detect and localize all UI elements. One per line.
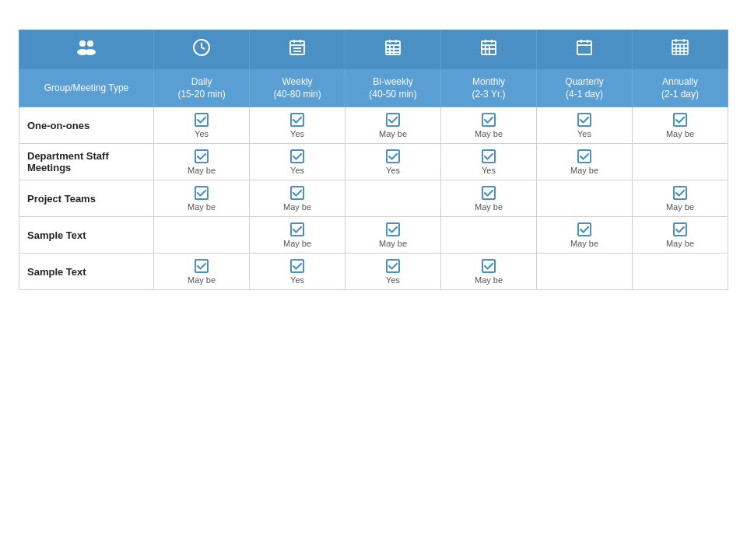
row-label-2: Project Teams	[19, 180, 154, 217]
row-label-1: Department Staff Meetings	[19, 144, 154, 180]
cell-r4-c1: Yes	[250, 254, 345, 290]
svg-point-3	[85, 49, 96, 55]
table-row: Sample Text May be May be May be May be	[19, 217, 728, 254]
column-header-0: Group/Meeting Type	[19, 70, 154, 107]
cell-r2-c0: May be	[154, 180, 250, 217]
cell-r0-c2: May be	[345, 107, 441, 144]
cell-r4-c0: May be	[154, 254, 250, 290]
calendar-monthly-icon	[441, 30, 537, 70]
cell-r1-c4: May be	[537, 144, 633, 180]
svg-rect-19	[482, 41, 496, 54]
cell-r0-c0: Yes	[154, 107, 250, 144]
cell-r4-c2: Yes	[345, 254, 441, 290]
svg-rect-26	[577, 41, 591, 54]
row-label-3: Sample Text	[19, 217, 154, 254]
cell-r1-c0: May be	[154, 144, 250, 180]
calendar-biweekly-icon	[345, 30, 441, 70]
calendar-weekly-icon	[250, 30, 345, 70]
column-header-3: Bi-weekly(40-50 min)	[345, 70, 441, 107]
clock-icon	[154, 30, 250, 70]
svg-point-1	[87, 40, 93, 47]
cell-r0-c1: Yes	[250, 107, 345, 144]
cell-r2-c3: May be	[441, 180, 537, 217]
cell-r4-c3: May be	[441, 254, 537, 290]
cell-r3-c3	[441, 217, 537, 254]
cell-r0-c3: May be	[441, 107, 537, 144]
cell-r3-c0	[154, 217, 250, 254]
row-label-0: One-on-ones	[19, 107, 154, 144]
cell-r4-c4	[537, 254, 633, 290]
calendar-annually-icon	[633, 30, 728, 70]
table-row: Project Teams May be May be May be May b…	[19, 180, 728, 217]
calendar-quarterly-icon	[537, 30, 633, 70]
cell-r1-c2: Yes	[345, 144, 441, 180]
column-header-2: Weekly(40-80 min)	[250, 70, 345, 107]
cell-r1-c3: Yes	[441, 144, 537, 180]
cell-r2-c2	[345, 180, 441, 217]
row-label-4: Sample Text	[19, 254, 154, 290]
cell-r1-c5	[633, 144, 728, 180]
table-row: Sample Text May be Yes Yes May be	[19, 254, 728, 290]
svg-point-0	[79, 40, 86, 47]
cell-r3-c1: May be	[250, 217, 345, 254]
table-row: One-on-ones Yes Yes May be May be Yes Ma…	[19, 107, 728, 144]
table-row: Department Staff Meetings May be Yes Yes…	[19, 144, 728, 180]
cell-r4-c5	[633, 254, 728, 290]
cell-r1-c1: Yes	[250, 144, 345, 180]
cell-r2-c1: May be	[250, 180, 345, 217]
cell-r2-c4	[537, 180, 633, 217]
column-header-4: Monthly(2-3 Yr.)	[441, 70, 537, 107]
group-icon	[19, 30, 154, 70]
column-header-1: Daily(15-20 min)	[154, 70, 250, 107]
cell-r3-c5: May be	[633, 217, 728, 254]
column-header-5: Quarterly(4-1 day)	[537, 70, 633, 107]
cadence-table: Group/Meeting TypeDaily(15-20 min)Weekly…	[19, 30, 728, 290]
cell-r2-c5: May be	[633, 180, 728, 217]
cell-r3-c2: May be	[345, 217, 441, 254]
cell-r0-c5: May be	[633, 107, 728, 144]
cell-r0-c4: Yes	[537, 107, 633, 144]
cell-r3-c4: May be	[537, 217, 633, 254]
column-header-6: Annually(2-1 day)	[633, 70, 728, 107]
